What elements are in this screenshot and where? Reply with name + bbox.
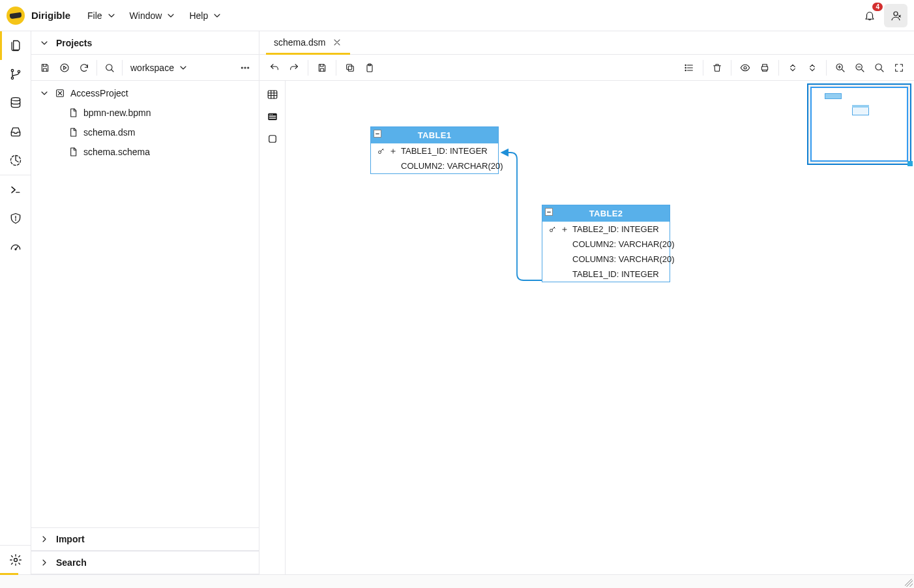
menu-help[interactable]: Help (184, 7, 228, 25)
chevron-down-icon (39, 38, 50, 48)
panel-projects-header[interactable]: Projects (31, 31, 259, 55)
zoom-in-button[interactable] (831, 58, 850, 78)
workspace-select[interactable]: workspace (125, 60, 194, 76)
palette-table[interactable] (264, 86, 281, 103)
table-node-table1[interactable]: − TABLE1 TABLE1_ID: INTEGER COLUMN2: VAR… (370, 126, 499, 174)
project-icon (55, 88, 65, 98)
editor-area: schema.dsm (259, 31, 914, 574)
rail-dashboard[interactable] (0, 233, 31, 261)
delete-button[interactable] (707, 58, 727, 78)
svg-point-8 (14, 559, 17, 562)
svg-point-31 (269, 114, 271, 115)
undo-button[interactable] (265, 58, 284, 78)
copy-button[interactable] (340, 58, 360, 78)
svg-point-19 (685, 65, 686, 65)
canvas[interactable]: − TABLE1 TABLE1_ID: INTEGER COLUMN2: VAR… (286, 81, 914, 574)
notifications-button[interactable]: 4 (858, 4, 881, 27)
undo-icon (269, 63, 280, 73)
rail-settings[interactable] (0, 546, 31, 574)
paste-button[interactable] (360, 58, 379, 78)
menu-window-label: Window (130, 10, 162, 21)
app-logo (7, 7, 25, 25)
rail-security[interactable] (0, 204, 31, 233)
chevron-down-icon (178, 63, 188, 73)
editor-toolbar (259, 55, 914, 81)
shield-icon (9, 212, 22, 225)
rail-terminal[interactable] (0, 175, 31, 204)
search-icon (874, 63, 885, 73)
refresh-button[interactable] (74, 58, 94, 78)
square-icon (267, 133, 278, 145)
tab-schema-dsm[interactable]: schema.dsm (265, 31, 351, 54)
palette-shape[interactable] (264, 130, 281, 147)
inbox-icon (9, 125, 22, 138)
panel-import-header[interactable]: Import (31, 527, 259, 551)
tab-label: schema.dsm (274, 37, 325, 48)
save-button[interactable] (312, 58, 332, 78)
list-icon (684, 63, 694, 73)
properties-button[interactable] (679, 58, 699, 78)
menu-file[interactable]: File (82, 7, 122, 25)
rail-database[interactable] (0, 89, 31, 117)
zoom-actual-button[interactable] (870, 58, 889, 78)
project-tree: AccessProject bpmn-new.bpmn schema.dsm s… (31, 81, 259, 527)
notification-badge: 4 (872, 3, 883, 11)
tree-file[interactable]: bpmn-new.bpmn (31, 103, 259, 123)
minimap[interactable] (807, 83, 911, 165)
palette-view[interactable] (264, 108, 281, 125)
tree-project[interactable]: AccessProject (31, 83, 259, 103)
zoom-fit-button[interactable] (889, 58, 909, 78)
tree-file[interactable]: schema.schema (31, 142, 259, 162)
refresh-icon (79, 63, 89, 73)
collapse-toggle[interactable]: − (545, 208, 553, 216)
file-icon (68, 147, 78, 157)
collapse-toggle[interactable]: − (374, 130, 381, 138)
print-button[interactable] (755, 58, 774, 78)
save-all-button[interactable] (35, 58, 55, 78)
table-column[interactable]: TABLE2_ID: INTEGER (542, 222, 670, 237)
chevron-right-icon (39, 534, 50, 544)
table-title[interactable]: − TABLE2 (542, 205, 670, 222)
tree-file-label: bpmn-new.bpmn (83, 108, 151, 118)
minimap-node (825, 93, 842, 99)
menu-window[interactable]: Window (125, 7, 182, 25)
publish-button[interactable] (55, 58, 74, 78)
svg-point-0 (894, 12, 898, 16)
panel-projects-label: Projects (56, 38, 92, 48)
svg-rect-16 (347, 64, 352, 69)
table-column[interactable]: TABLE1_ID: INTEGER (542, 267, 670, 282)
file-icon (68, 127, 78, 138)
rail-debug[interactable] (0, 146, 31, 175)
zoom-out-button[interactable] (850, 58, 870, 78)
minimap-viewport[interactable] (810, 87, 908, 162)
tree-file-label: schema.schema (83, 147, 150, 157)
more-actions-button[interactable] (235, 58, 255, 78)
table-column[interactable]: TABLE1_ID: INTEGER (371, 143, 498, 158)
panel-search-header[interactable]: Search (31, 551, 259, 574)
svg-point-9 (61, 64, 68, 72)
table-column[interactable]: COLUMN2: VARCHAR(20) (371, 158, 498, 173)
table-column[interactable]: COLUMN3: VARCHAR(20) (542, 252, 670, 267)
preview-button[interactable] (735, 58, 755, 78)
collapse-all-button[interactable] (783, 58, 803, 78)
svg-point-4 (11, 98, 20, 101)
chevron-right-icon (39, 557, 50, 568)
paste-icon (364, 63, 375, 73)
svg-point-6 (15, 220, 16, 220)
svg-rect-27 (268, 91, 277, 98)
nav-rail (0, 31, 31, 574)
rail-inbox[interactable] (0, 117, 31, 146)
expand-all-button[interactable] (803, 58, 822, 78)
table-title[interactable]: − TABLE1 (371, 127, 498, 143)
close-icon[interactable] (332, 37, 342, 48)
search-project-button[interactable] (100, 58, 119, 78)
rail-git[interactable] (0, 60, 31, 89)
tree-file[interactable]: schema.dsm (31, 123, 259, 142)
redo-button[interactable] (284, 58, 304, 78)
rail-projects[interactable] (0, 31, 31, 60)
table-column[interactable]: COLUMN2: VARCHAR(20) (542, 237, 670, 252)
user-menu-button[interactable] (884, 4, 907, 27)
collapse-icon (788, 63, 798, 73)
table-node-table2[interactable]: − TABLE2 TABLE2_ID: INTEGER COLUMN2: VAR… (542, 205, 670, 282)
svg-rect-33 (269, 136, 276, 143)
